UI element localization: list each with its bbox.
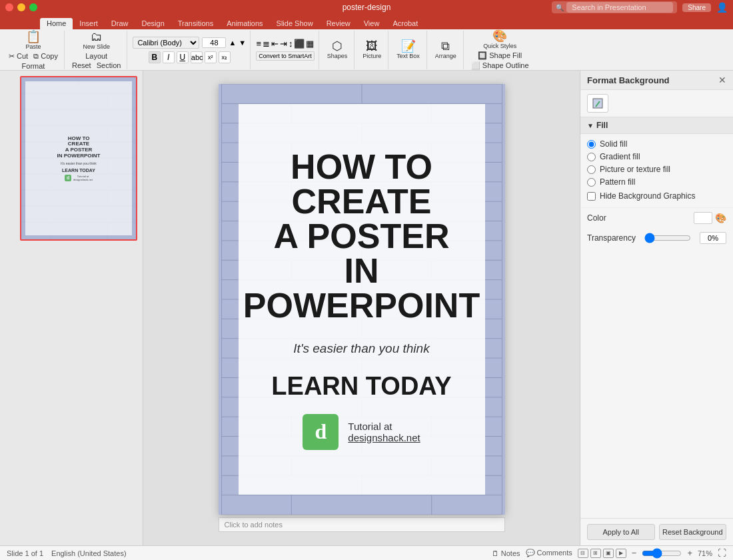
reading-view-icon[interactable]: ▣	[603, 549, 614, 558]
window-title: poster-design	[343, 3, 391, 12]
pattern-fill-radio[interactable]	[587, 178, 596, 187]
transparency-input[interactable]: 0%	[700, 232, 726, 244]
status-bar: Slide 1 of 1 English (United States) 🗒 N…	[0, 545, 733, 560]
comments-button[interactable]: 💬 Comments	[526, 549, 572, 557]
account-icon[interactable]: 👤	[716, 2, 728, 13]
tab-home[interactable]: Home	[40, 18, 73, 29]
copy-button[interactable]: ⧉ Copy	[31, 51, 60, 61]
shape-fill-button[interactable]: 🔲 Shape Fill	[476, 51, 524, 61]
picture-button[interactable]: 🖼 Picture	[360, 39, 384, 61]
text-direction-icon[interactable]: ↕	[289, 39, 293, 49]
maximize-button[interactable]	[29, 3, 37, 11]
search-input[interactable]	[566, 2, 673, 13]
format-button[interactable]: Format	[20, 61, 47, 71]
transparency-slider[interactable]	[644, 233, 691, 243]
hide-bg-graphics-checkbox[interactable]	[587, 192, 596, 201]
slide-title-line1: HOW TO	[291, 147, 432, 186]
textbox-icon: 📝	[401, 40, 416, 52]
reset-button[interactable]: Reset	[70, 61, 93, 70]
transparency-row: Transparency 0%	[580, 228, 733, 248]
fit-window-icon[interactable]: ⛶	[718, 548, 726, 558]
shapes-button[interactable]: ⬡ Shapes	[325, 39, 351, 61]
slide-white-box: HOW TO CREATE A POSTER IN POWERPOINT It'…	[239, 104, 485, 495]
tab-design[interactable]: Design	[135, 18, 171, 29]
close-button[interactable]	[5, 3, 13, 11]
panel-fill-icon-button[interactable]	[587, 94, 608, 113]
new-slide-button[interactable]: 🗂 New Slide	[80, 29, 113, 51]
minimize-button[interactable]	[17, 3, 25, 11]
list-bullet-icon[interactable]: ≡	[256, 39, 261, 49]
cut-button[interactable]: ✂ Cut	[7, 51, 30, 61]
panel-close-button[interactable]: ✕	[718, 75, 726, 85]
panel-title: Format Background	[587, 75, 670, 85]
font-size-input[interactable]: 48	[202, 37, 226, 48]
paste-icon: 📋	[26, 31, 41, 43]
apply-to-all-button[interactable]: Apply to All	[587, 524, 655, 540]
paste-button[interactable]: 📋 Paste	[23, 29, 43, 51]
shape-outline-button[interactable]: ⬜ Shape Outline	[469, 61, 531, 71]
quick-styles-button[interactable]: 🎨 Quick Styles	[480, 29, 519, 51]
paragraph-group: ≡ ≣ ⇤ ⇥ ↕ ⬛ ▦ Convert to SmartArt	[252, 31, 319, 69]
textbox-button[interactable]: 📝 Text Box	[394, 39, 422, 61]
font-size-up-icon[interactable]: ▲	[229, 39, 236, 47]
arrange-group: ⧉ Arrange	[428, 31, 464, 69]
columns-icon[interactable]: ▦	[306, 39, 314, 49]
gradient-fill-option[interactable]: Gradient fill	[587, 152, 726, 161]
align-left-icon[interactable]: ⬛	[294, 39, 305, 49]
superscript-button[interactable]: x²	[205, 51, 217, 63]
logo-text-line2[interactable]: designshack.net	[348, 432, 420, 443]
indent-less-icon[interactable]: ⇤	[271, 39, 279, 49]
solid-fill-option[interactable]: Solid fill	[587, 139, 726, 149]
tab-draw[interactable]: Draw	[105, 18, 135, 29]
tab-acrobat[interactable]: Acrobat	[386, 18, 424, 29]
zoom-slider[interactable]	[642, 548, 682, 559]
tab-animations[interactable]: Animations	[220, 18, 269, 29]
zoom-in-icon[interactable]: +	[687, 548, 692, 558]
zoom-out-icon[interactable]: −	[632, 548, 637, 558]
bold-button[interactable]: B	[149, 51, 161, 63]
slide-canvas[interactable]: HOW TO CREATE A POSTER IN POWERPOINT It'…	[219, 84, 505, 515]
smartart-convert-button[interactable]: Convert to SmartArt	[256, 51, 315, 61]
normal-view-icon[interactable]: ⊟	[578, 549, 588, 558]
slides-group: 🗂 New Slide Layout Reset Section	[66, 31, 127, 69]
tab-insert[interactable]: Insert	[73, 18, 105, 29]
zoom-level[interactable]: 71%	[698, 549, 712, 557]
strikethrough-button[interactable]: abc	[191, 51, 203, 63]
solid-fill-label: Solid fill	[600, 139, 627, 149]
solid-fill-radio[interactable]	[587, 140, 596, 149]
share-button[interactable]: Share	[682, 3, 711, 12]
font-family-select[interactable]: Calibri (Body)	[133, 37, 199, 49]
notes-button[interactable]: 🗒 Notes	[492, 549, 520, 557]
hide-bg-graphics-option[interactable]: Hide Background Graphics	[587, 190, 726, 202]
font-size-down-icon[interactable]: ▼	[239, 39, 246, 47]
subscript-button[interactable]: x₂	[219, 51, 231, 63]
tab-slideshow[interactable]: Slide Show	[270, 18, 320, 29]
new-slide-icon: 🗂	[91, 31, 103, 43]
slide-sorter-icon[interactable]: ⊞	[590, 549, 601, 558]
color-picker-icon[interactable]: 🎨	[715, 213, 726, 223]
slide-title: HOW TO CREATE A POSTER IN POWERPOINT	[243, 149, 480, 323]
notes-area[interactable]: Click to add notes	[219, 517, 505, 532]
reset-background-button[interactable]: Reset Background	[659, 524, 727, 540]
gradient-fill-radio[interactable]	[587, 153, 596, 161]
fill-section-header[interactable]: ▼ Fill	[580, 117, 733, 134]
picture-texture-fill-option[interactable]: Picture or texture fill	[587, 165, 726, 174]
section-button[interactable]: Section	[95, 61, 123, 70]
gradient-fill-label: Gradient fill	[600, 152, 640, 161]
list-number-icon[interactable]: ≣	[263, 39, 270, 49]
italic-button[interactable]: I	[163, 51, 175, 63]
indent-more-icon[interactable]: ⇥	[280, 39, 287, 49]
arrange-button[interactable]: ⧉ Arrange	[432, 39, 459, 61]
color-swatch[interactable]	[694, 212, 712, 224]
textbox-group: 📝 Text Box	[390, 31, 427, 69]
slideshow-view-icon[interactable]: ▶	[616, 549, 626, 558]
underline-button[interactable]: U	[177, 51, 189, 63]
notes-placeholder: Click to add notes	[225, 521, 283, 529]
tab-review[interactable]: Review	[320, 18, 357, 29]
pattern-fill-option[interactable]: Pattern fill	[587, 177, 726, 187]
tab-transitions[interactable]: Transitions	[171, 18, 220, 29]
layout-button[interactable]: Layout	[83, 51, 109, 61]
picture-texture-fill-radio[interactable]	[587, 165, 596, 174]
slide-thumbnail[interactable]: HOW TO CREATE A POSTER IN POWERPOINT It'…	[20, 76, 137, 241]
tab-view[interactable]: View	[357, 18, 386, 29]
